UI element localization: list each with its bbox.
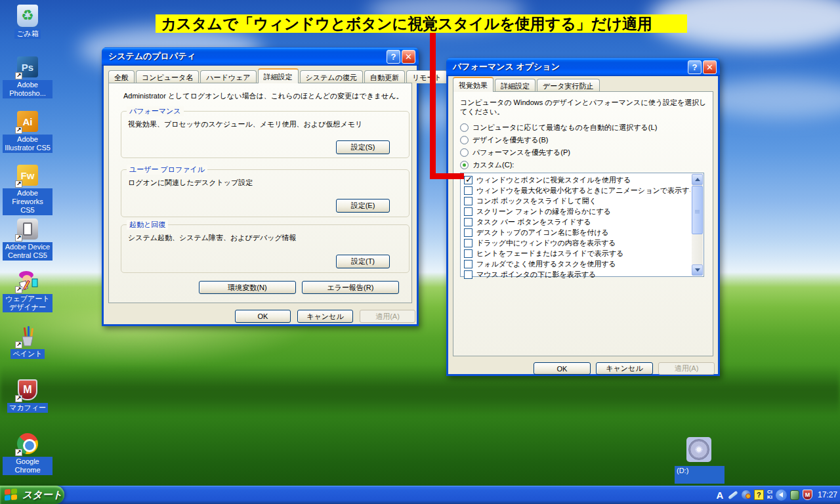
admin-note: Administrator としてログオンしない場合は、これらのほとんどの変更は… — [123, 91, 404, 101]
device-tray-icon[interactable] — [790, 490, 799, 500]
cancel-button[interactable]: キャンセル — [297, 310, 353, 323]
desktop-icon-drive-d[interactable] — [686, 437, 711, 462]
radio-custom[interactable]: カスタム(C): — [460, 160, 514, 170]
checkbox-pointer-shadow[interactable]: マウス ポインタの下に影を表示する — [463, 269, 690, 280]
radio-best-appearance[interactable]: デザインを優先する(B) — [460, 135, 548, 145]
desktop-icon-illustrator[interactable]: Ai↗ Adobe Illustrator CS5 — [3, 110, 52, 153]
start-label: スタート — [22, 489, 62, 501]
checkbox-slide-taskbar-buttons[interactable]: タスク バー ボタンをスライドする — [463, 217, 690, 227]
radio-label: デザインを優先する(B) — [472, 135, 548, 145]
ok-button[interactable]: OK — [534, 362, 591, 375]
checkbox-label: コンボ ボックスをスライドして開く — [476, 196, 597, 206]
shortcut-arrow-icon: ↗ — [15, 286, 22, 293]
taskbar: スタート A ? Ci Ki M 17:27 — [0, 486, 840, 504]
tab-advanced[interactable]: 詳細設定 — [258, 68, 299, 83]
apply-button: 適用(A) — [360, 310, 415, 323]
performance-options-titlebar[interactable]: パフォーマンス オプション ? ✕ — [446, 58, 720, 76]
close-button[interactable]: ✕ — [703, 60, 717, 74]
annotation-line-horizontal — [430, 173, 464, 179]
ime-input-mode-icon[interactable]: A — [715, 490, 724, 501]
indicator-bottom: Ki — [767, 495, 772, 500]
checkbox-label: フォルダでよく使用するタスクを使用する — [476, 259, 616, 269]
checkbox-icon — [464, 249, 472, 258]
error-reporting-button[interactable]: エラー報告(R) — [302, 281, 399, 294]
desktop-icon-recycle-bin[interactable]: ♻ ごみ箱 — [3, 4, 52, 39]
desktop-icon-webart-designer[interactable]: ↗ ウェブアート デザイナー — [3, 269, 52, 312]
user-profile-group: ユーザー プロファイル ログオンに関連したデスクトップ設定 設定(E) — [121, 169, 410, 217]
window-title: システムのプロパティ — [108, 51, 385, 62]
checkbox-icon — [464, 176, 472, 184]
system-properties-window: システムのプロパティ ? ✕ 全般 コンピュータ名 ハードウェア 詳細設定 シス… — [102, 47, 419, 326]
radio-icon — [460, 161, 469, 169]
icon-label: マカフィー — [7, 403, 48, 413]
group-desc: システム起動、システム障害、およびデバッグ情報 — [128, 233, 297, 243]
shortcut-arrow-icon: ↗ — [15, 234, 22, 242]
desktop-icon-paint[interactable]: ↗ ペイント — [3, 324, 52, 359]
checkbox-icon-label-shadow[interactable]: デスクトップのアイコン名に影を付ける — [463, 227, 690, 238]
tab-computer-name[interactable]: コンピュータ名 — [136, 70, 199, 83]
checkbox-smooth-fonts[interactable]: スクリーン フォントの縁を滑らかにする — [463, 206, 690, 217]
tab-remote[interactable]: リモート — [406, 70, 448, 83]
performance-settings-button[interactable]: 設定(S) — [336, 140, 390, 154]
tools-wrench-icon[interactable] — [728, 494, 738, 497]
checkbox-common-tasks-folders[interactable]: フォルダでよく使用するタスクを使用する — [463, 259, 690, 269]
scrollbar-thumb[interactable] — [692, 186, 703, 234]
tab-auto-update[interactable]: 自動更新 — [364, 70, 405, 83]
mcafee-tray-icon[interactable]: M — [803, 490, 812, 500]
checkbox-icon — [464, 197, 472, 205]
checkbox-show-window-contents-drag[interactable]: ドラッグ中にウィンドウの内容を表示する — [463, 238, 690, 248]
shortcut-arrow-icon: ↗ — [15, 127, 22, 134]
checkbox-icon — [464, 239, 472, 247]
system-properties-titlebar[interactable]: システムのプロパティ ? ✕ — [102, 47, 419, 66]
shortcut-arrow-icon: ↗ — [15, 395, 22, 402]
environment-variables-button[interactable]: 環境変数(N) — [199, 281, 296, 294]
desktop-icon-chrome[interactable]: ↗ Google Chrome — [3, 432, 52, 475]
icon-label: ごみ箱 — [14, 29, 41, 39]
checkbox-animate-minmax[interactable]: ウィンドウを最大化や最小化するときにアニメーションで表示する — [463, 185, 690, 196]
user-profile-settings-button[interactable]: 設定(E) — [336, 199, 390, 213]
ok-button[interactable]: OK — [235, 310, 291, 323]
help-button[interactable]: ? — [688, 60, 702, 74]
app-ball-icon[interactable] — [742, 490, 751, 499]
scrollbar[interactable] — [692, 174, 703, 276]
close-button[interactable]: ✕ — [402, 50, 415, 64]
desktop-icon-fireworks[interactable]: Fw↗ Adobe Fireworks CS5 — [3, 163, 52, 215]
apply-button: 適用(A) — [658, 362, 715, 375]
tab-general[interactable]: 全般 — [108, 70, 135, 83]
desktop-icon-device-central[interactable]: ↗ Adobe Device Central CS5 — [3, 217, 52, 261]
hide-icons-chevron[interactable] — [776, 490, 787, 501]
help-tray-icon[interactable]: ? — [754, 490, 764, 500]
icon-label: Adobe Illustrator CS5 — [3, 135, 52, 153]
checkbox-label: ウィンドウとボタンに視覚スタイルを使用する — [476, 175, 631, 185]
radio-label: コンピュータに応じて最適なものを自動的に選択する(L) — [472, 123, 657, 133]
radio-icon — [460, 123, 469, 132]
cancel-button[interactable]: キャンセル — [596, 362, 653, 375]
tab-visual-effects[interactable]: 視覚効果 — [453, 77, 494, 92]
group-title: ユーザー プロファイル — [127, 165, 207, 175]
scroll-down-button[interactable] — [692, 264, 703, 276]
taskbar-clock: 17:27 — [818, 490, 837, 499]
desktop-icon-mcafee[interactable]: M↗ マカフィー — [3, 378, 52, 413]
drive-d-label[interactable]: (D:) — [675, 466, 724, 484]
performance-options-body: 視覚効果 詳細設定 データ実行防止 コンピュータの Windows のデザインと… — [448, 76, 718, 374]
tab-hardware[interactable]: ハードウェア — [200, 70, 256, 83]
help-button[interactable]: ? — [387, 50, 400, 64]
start-button[interactable]: スタート — [0, 486, 64, 504]
checkbox-slide-combo[interactable]: コンボ ボックスをスライドして開く — [463, 196, 690, 206]
tab-advanced[interactable]: 詳細設定 — [495, 79, 536, 92]
ime-caps-kana-indicator[interactable]: Ci Ki — [767, 490, 772, 500]
shortcut-arrow-icon: ↗ — [15, 72, 22, 79]
startup-recovery-group: 起動と回復 システム起動、システム障害、およびデバッグ情報 設定(T) — [121, 224, 410, 273]
tab-dep[interactable]: データ実行防止 — [537, 79, 600, 92]
desktop-icon-photoshop[interactable]: Ps↗ Adobe Photosho... — [3, 55, 52, 98]
checkbox-visual-styles[interactable]: ウィンドウとボタンに視覚スタイルを使用する — [463, 175, 690, 185]
icon-label: Adobe Device Central CS5 — [3, 242, 52, 261]
checkbox-fade-tooltips[interactable]: ヒントをフェードまたはスライドで表示する — [463, 248, 690, 259]
startup-recovery-settings-button[interactable]: 設定(T) — [336, 255, 390, 268]
radio-let-windows-choose[interactable]: コンピュータに応じて最適なものを自動的に選択する(L) — [460, 123, 657, 133]
performance-options-tabs: 視覚効果 詳細設定 データ実行防止 — [453, 77, 601, 92]
scroll-up-button[interactable] — [692, 174, 703, 185]
radio-label: カスタム(C): — [472, 160, 514, 170]
tab-system-restore[interactable]: システムの復元 — [300, 70, 363, 83]
radio-best-performance[interactable]: パフォーマンスを優先する(P) — [460, 148, 570, 158]
